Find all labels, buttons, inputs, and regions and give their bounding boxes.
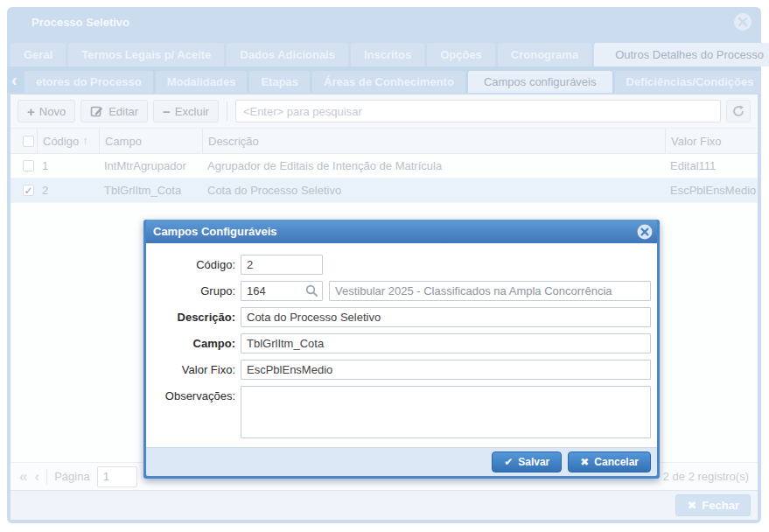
campo-field[interactable] (241, 333, 651, 354)
window-titlebar: Processo Seletivo (7, 7, 761, 37)
observacoes-field[interactable] (241, 386, 651, 438)
row-checkbox-checked[interactable]: ✓ (23, 185, 34, 196)
column-label: Código (43, 135, 79, 148)
field-row-grupo: Grupo: (146, 281, 651, 301)
subtab-modalidades[interactable]: Modalidades (156, 71, 248, 93)
field-row-campo: Campo: (146, 333, 651, 354)
editar-button[interactable]: Editar (80, 100, 148, 122)
cell-descricao: Cota do Processo Seletivo (202, 184, 665, 197)
window-title: Processo Seletivo (31, 16, 733, 29)
column-header-campo[interactable]: Campo (99, 129, 202, 153)
subtab-campos-configuraveis[interactable]: Campos configuráveis (468, 71, 612, 93)
pagination-separator (46, 469, 47, 485)
salvar-button-label: Salvar (518, 456, 549, 468)
cell-valor-fixo: EscPblEnsMedio (665, 184, 758, 197)
descricao-field[interactable] (241, 307, 651, 327)
cell-codigo: 1 (37, 159, 99, 172)
records-count: 2 de 2 registro(s) (663, 470, 749, 483)
observacoes-label: Observações: (146, 386, 241, 406)
cancelar-button[interactable]: ✖ Cancelar (568, 452, 651, 472)
x-icon: ✖ (580, 456, 589, 468)
grupo-label: Grupo: (146, 281, 241, 301)
excluir-button[interactable]: − Excluir (153, 100, 219, 122)
row-checkbox[interactable] (23, 160, 34, 172)
valor-fixo-field[interactable] (241, 360, 651, 380)
toolbar-separator (227, 102, 227, 121)
fechar-button[interactable]: ✖ Fechar (675, 494, 751, 516)
refresh-icon (731, 104, 745, 118)
field-row-codigo: Código: (146, 255, 651, 275)
campos-configuraveis-dialog: Campos Configuráveis Código: Grupo: Desc… (143, 220, 660, 479)
codigo-field[interactable] (241, 255, 323, 275)
tab-termos-legais[interactable]: Termos Legais p/ Aceite (68, 43, 224, 66)
table-header: Código ↑ Campo Descrição Valor Fixo (10, 128, 758, 154)
campo-label: Campo: (146, 333, 241, 354)
sort-ascending-icon: ↑ (82, 135, 87, 147)
cell-codigo: 2 (37, 184, 99, 197)
edit-pencil-icon (90, 104, 104, 118)
editar-button-label: Editar (108, 105, 138, 118)
table-row[interactable]: 1 IntMtrAgrupador Agrupador de Editais d… (10, 154, 758, 178)
field-row-observacoes: Observações: (146, 386, 651, 438)
column-label: Descrição (208, 135, 259, 148)
tab-inscritos[interactable]: Inscritos (351, 43, 424, 66)
grid-toolbar: + Novo Editar − Excluir (10, 94, 758, 128)
lookup-magnifier-icon[interactable] (305, 284, 318, 298)
subtab-setores-do-processo[interactable]: etores do Processo (24, 71, 153, 93)
column-header-codigo[interactable]: Código ↑ (37, 129, 99, 153)
column-label: Campo (105, 135, 142, 148)
field-row-valor-fixo: Valor Fixo: (146, 360, 651, 380)
window-close-icon[interactable] (733, 12, 752, 32)
search-input[interactable] (235, 100, 721, 122)
previous-page-icon[interactable]: ‹ (34, 469, 39, 484)
tab-dados-adicionais[interactable]: Dados Adicionais (227, 43, 348, 66)
dialog-title: Campos Configuráveis (153, 225, 637, 238)
cell-campo: IntMtrAgrupador (99, 159, 202, 172)
first-page-icon[interactable]: « (19, 469, 27, 484)
dialog-titlebar[interactable]: Campos Configuráveis (146, 220, 657, 243)
window-footer: ✖ Fechar (10, 490, 758, 520)
subtab-areas-de-conhecimento[interactable]: Áreas de Conhecimento (312, 71, 465, 93)
novo-button-label: Novo (39, 105, 66, 118)
novo-button[interactable]: + Novo (17, 100, 75, 122)
cell-campo: TblGrlItm_Cota (99, 184, 202, 197)
tab-cronograma[interactable]: Cronograma (498, 43, 591, 66)
select-all-checkbox[interactable] (23, 136, 34, 147)
main-tab-bar: Geral Termos Legais p/ Aceite Dados Adic… (7, 37, 761, 66)
tab-opcoes[interactable]: Opções (427, 43, 495, 66)
cancelar-button-label: Cancelar (594, 456, 639, 468)
valor-fixo-label: Valor Fixo: (146, 360, 241, 380)
subtabs-scroll-left-icon[interactable]: ‹ (11, 69, 17, 91)
sub-tab-bar: ‹ etores do Processo Modalidades Etapas … (7, 66, 761, 93)
cell-descricao: Agrupador de Editais de Intenção de Matr… (202, 159, 665, 172)
descricao-label: Descrição: (146, 307, 241, 327)
minus-icon: − (163, 104, 171, 119)
tab-outros-detalhes[interactable]: Outros Detalhes do Processo (594, 43, 769, 66)
grupo-description-field (329, 281, 651, 301)
dialog-footer: ✔ Salvar ✖ Cancelar (146, 447, 657, 476)
fechar-button-label: Fechar (702, 499, 739, 512)
salvar-button[interactable]: ✔ Salvar (492, 452, 562, 472)
page-number-input[interactable] (97, 466, 137, 487)
plus-icon: + (27, 104, 35, 119)
tab-geral[interactable]: Geral (10, 43, 66, 66)
column-header-valor-fixo[interactable]: Valor Fixo (665, 129, 758, 153)
subtab-deficiencias-condicoes[interactable]: Deficiências/Condições (615, 71, 762, 93)
codigo-label: Código: (146, 255, 241, 275)
refresh-button[interactable] (726, 100, 751, 122)
column-label: Valor Fixo (671, 135, 722, 148)
field-row-descricao: Descrição: (146, 307, 651, 327)
excluir-button-label: Excluir (175, 105, 209, 118)
cell-valor-fixo: Edital111 (665, 159, 758, 172)
table-row[interactable]: ✓ 2 TblGrlItm_Cota Cota do Processo Sele… (10, 178, 758, 203)
column-header-descricao[interactable]: Descrição (202, 129, 665, 153)
page-label: Página (54, 470, 89, 483)
check-icon: ✔ (504, 456, 513, 468)
subtab-etapas[interactable]: Etapas (249, 71, 310, 93)
dialog-close-icon[interactable] (637, 224, 653, 240)
dialog-body: Código: Grupo: Descrição: Campo: Valor F… (146, 243, 657, 447)
close-x-icon: ✖ (687, 499, 696, 512)
